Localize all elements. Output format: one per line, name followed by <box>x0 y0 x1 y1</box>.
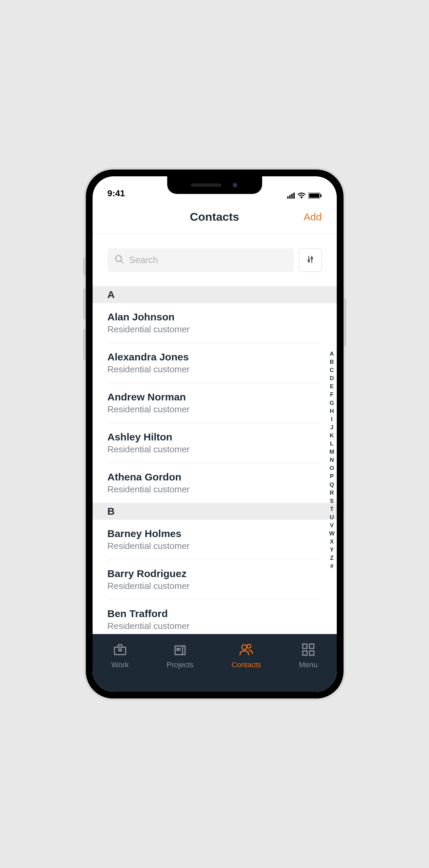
contact-item[interactable]: Ben TraffordResidential customer <box>108 600 322 634</box>
svg-point-8 <box>310 257 313 259</box>
contact-type: Residential customer <box>108 541 322 551</box>
phone-frame: 9:41 Contacts Add <box>86 170 344 698</box>
work-icon <box>113 642 128 657</box>
svg-point-16 <box>242 645 247 650</box>
section-header: B <box>93 503 337 520</box>
alpha-index-letter[interactable]: B <box>329 358 334 366</box>
svg-rect-13 <box>177 648 179 650</box>
contact-name: Ashley Hilton <box>108 431 322 443</box>
alpha-index-letter[interactable]: R <box>329 489 334 496</box>
alpha-index-letter[interactable]: # <box>329 563 334 570</box>
alpha-index-letter[interactable]: U <box>329 514 334 521</box>
tab-label: Menu <box>299 660 317 669</box>
signal-icon <box>287 193 295 199</box>
svg-point-17 <box>247 644 251 648</box>
tab-contacts[interactable]: Contacts <box>232 642 261 669</box>
contact-item[interactable]: Alan JohnsonResidential customer <box>108 303 322 343</box>
sliders-icon <box>306 255 315 265</box>
filter-button[interactable] <box>299 248 322 272</box>
contact-item[interactable]: Alexandra JonesResidential customer <box>108 343 322 383</box>
phone-screen: 9:41 Contacts Add <box>93 176 337 692</box>
svg-rect-2 <box>320 194 321 197</box>
alpha-index-letter[interactable]: F <box>329 391 334 398</box>
menu-icon <box>301 642 316 657</box>
alpha-index-letter[interactable]: Z <box>329 554 334 562</box>
alpha-index-letter[interactable]: W <box>329 530 334 537</box>
search-icon <box>114 254 124 266</box>
alpha-index-letter[interactable]: M <box>329 448 334 456</box>
contact-type: Residential customer <box>108 621 322 631</box>
svg-rect-10 <box>118 645 122 647</box>
alpha-index-letter[interactable]: P <box>329 473 334 480</box>
svg-rect-11 <box>119 649 121 651</box>
contact-name: Alan Johnson <box>108 311 322 323</box>
tab-projects[interactable]: Projects <box>167 642 193 669</box>
contact-name: Barney Holmes <box>108 528 322 539</box>
svg-rect-1 <box>309 194 319 198</box>
contact-name: Athena Gordon <box>108 471 322 483</box>
status-time: 9:41 <box>108 188 125 199</box>
alpha-index-letter[interactable]: D <box>329 375 334 382</box>
tab-label: Work <box>111 660 129 669</box>
contact-name: Alexandra Jones <box>108 351 322 363</box>
contact-type: Residential customer <box>108 581 322 591</box>
alpha-index-letter[interactable]: J <box>329 424 334 431</box>
alpha-index-letter[interactable]: L <box>329 440 334 448</box>
contact-type: Residential customer <box>108 364 322 375</box>
contact-name: Barry Rodriguez <box>108 568 322 579</box>
search-input[interactable]: Search <box>108 248 294 272</box>
contact-type: Residential customer <box>108 444 322 455</box>
contact-item[interactable]: Barney HolmesResidential customer <box>108 520 322 560</box>
alpha-index-letter[interactable]: I <box>329 415 334 423</box>
nav-header: Contacts Add <box>93 200 337 234</box>
svg-rect-18 <box>303 644 307 649</box>
alpha-index[interactable]: ABCDEFGHIJKLMNOPQRSTUVWXYZ# <box>329 350 334 570</box>
status-icons <box>287 193 322 199</box>
phone-volume-down <box>83 329 86 360</box>
phone-volume-up <box>83 288 86 319</box>
alpha-index-letter[interactable]: S <box>329 497 334 505</box>
alpha-index-letter[interactable]: O <box>329 465 334 472</box>
phone-power-button <box>344 298 346 346</box>
wifi-icon <box>297 193 306 199</box>
svg-rect-19 <box>310 644 314 649</box>
alpha-index-letter[interactable]: E <box>329 383 334 390</box>
contact-type: Residential customer <box>108 484 322 495</box>
contact-type: Residential customer <box>108 404 322 415</box>
add-button[interactable]: Add <box>304 211 321 223</box>
alpha-index-letter[interactable]: N <box>329 456 334 464</box>
alpha-index-letter[interactable]: Q <box>329 481 334 488</box>
svg-rect-20 <box>303 651 307 655</box>
contact-item[interactable]: Andrew NormanResidential customer <box>108 383 322 423</box>
projects-icon <box>173 642 188 657</box>
alpha-index-letter[interactable]: Y <box>329 546 334 554</box>
alpha-index-letter[interactable]: A <box>329 350 334 358</box>
tab-work[interactable]: Work <box>111 642 129 669</box>
alpha-index-letter[interactable]: K <box>329 432 334 439</box>
tab-menu[interactable]: Menu <box>299 642 317 669</box>
battery-icon <box>308 193 322 199</box>
page-title: Contacts <box>190 210 239 223</box>
alpha-index-letter[interactable]: X <box>329 538 334 546</box>
tab-label: Projects <box>167 660 193 669</box>
phone-notch <box>167 176 262 194</box>
tab-label: Contacts <box>232 660 261 669</box>
svg-line-4 <box>120 261 123 263</box>
tab-bar: WorkProjectsContactsMenu <box>93 634 337 692</box>
alpha-index-letter[interactable]: G <box>329 399 334 407</box>
contact-item[interactable]: Barry RodriguezResidential customer <box>108 560 322 600</box>
svg-point-3 <box>115 256 121 262</box>
alpha-index-letter[interactable]: H <box>329 407 334 415</box>
contacts-container: ABCDEFGHIJKLMNOPQRSTUVWXYZ# AAlan Johnso… <box>93 286 337 634</box>
section-header: A <box>93 286 337 303</box>
contact-list[interactable]: AAlan JohnsonResidential customerAlexand… <box>93 286 337 634</box>
search-row: Search <box>93 234 337 286</box>
contact-name: Andrew Norman <box>108 391 322 403</box>
alpha-index-letter[interactable]: V <box>329 522 334 529</box>
contact-type: Residential customer <box>108 324 322 335</box>
svg-rect-21 <box>310 651 314 655</box>
alpha-index-letter[interactable]: T <box>329 506 334 513</box>
contact-item[interactable]: Ashley HiltonResidential customer <box>108 423 322 463</box>
alpha-index-letter[interactable]: C <box>329 367 334 374</box>
contact-item[interactable]: Athena GordonResidential customer <box>108 463 322 503</box>
